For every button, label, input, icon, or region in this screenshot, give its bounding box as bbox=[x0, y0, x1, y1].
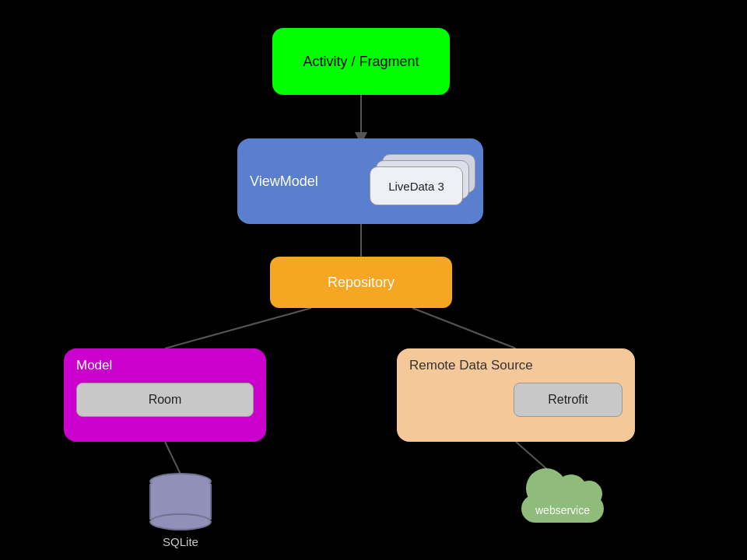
repository-label: Repository bbox=[328, 275, 395, 291]
viewmodel-box: ViewModel LiveData 3 bbox=[237, 138, 483, 224]
svg-line-3 bbox=[412, 308, 516, 348]
livedata-card-front: LiveData 3 bbox=[370, 166, 463, 205]
webservice-container: webservice bbox=[512, 473, 613, 523]
retrofit-label: Retrofit bbox=[548, 393, 588, 407]
webservice-label: webservice bbox=[512, 504, 613, 516]
repository-box: Repository bbox=[270, 257, 452, 308]
viewmodel-label: ViewModel bbox=[250, 173, 318, 190]
diagram-container: Activity / Fragment ViewModel LiveData 3… bbox=[0, 0, 747, 560]
retrofit-inner: Retrofit bbox=[514, 383, 622, 417]
sqlite-label: SQLite bbox=[163, 535, 198, 548]
remote-label: Remote Data Source bbox=[409, 358, 622, 373]
webservice-cloud: webservice bbox=[512, 473, 613, 523]
activity-fragment-label: Activity / Fragment bbox=[303, 54, 419, 70]
svg-line-2 bbox=[165, 308, 311, 348]
livedata-label: LiveData 3 bbox=[388, 180, 444, 193]
sqlite-cylinder bbox=[149, 473, 212, 530]
model-label: Model bbox=[76, 358, 254, 373]
activity-fragment-box: Activity / Fragment bbox=[272, 28, 450, 95]
model-box: Model Room bbox=[64, 348, 266, 442]
room-label: Room bbox=[149, 393, 182, 407]
livedata-stack: LiveData 3 bbox=[370, 154, 471, 208]
remote-data-source-box: Remote Data Source Retrofit bbox=[397, 348, 635, 442]
sqlite-container: SQLite bbox=[149, 473, 212, 548]
cylinder-bottom bbox=[149, 513, 212, 530]
room-inner: Room bbox=[76, 383, 254, 417]
